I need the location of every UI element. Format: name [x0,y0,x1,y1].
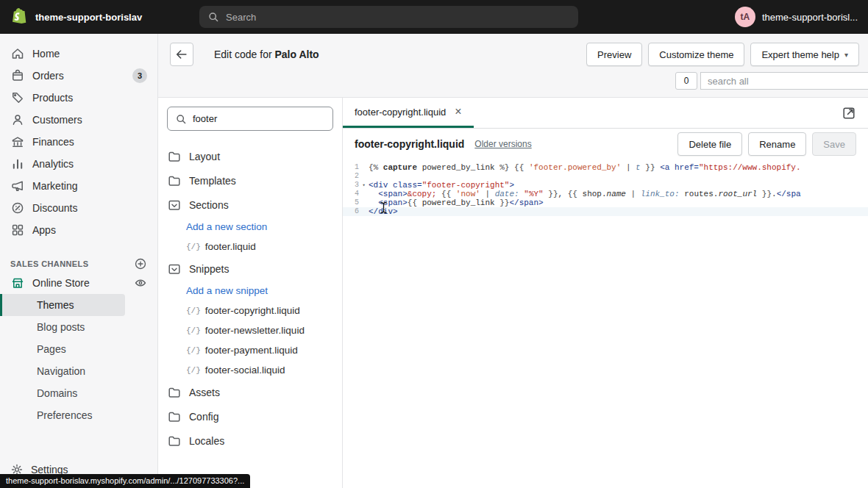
save-button[interactable]: Save [812,132,856,156]
sidebar-item-domains[interactable]: Domains [0,382,125,404]
line-number: 1 [343,163,359,172]
code-line-3[interactable]: 3▾<div class="footer-copyright"> [343,181,868,190]
sidebar-item-label: Products [32,92,73,104]
header-actions: Preview Customize theme Expert theme hel… [586,43,859,66]
sidebar-item-themes[interactable]: Themes [0,294,125,316]
expert-theme-help-button[interactable]: Expert theme help ▾ [750,43,859,66]
shopify-admin-app: theme-support-borislav Search tA theme-s… [0,0,868,488]
add-sales-channel-button[interactable] [134,257,147,270]
sidebar-item-label: Marketing [32,180,77,192]
fold-gutter [359,163,369,172]
expand-editor-button[interactable] [837,101,861,125]
sidebar-item-online-store[interactable]: Online Store [0,272,157,294]
account-menu-button[interactable]: tA theme-support-borisl... [735,7,868,27]
sidebar-item-orders[interactable]: Orders3 [0,65,157,87]
folder-templates[interactable]: Templates [167,168,333,193]
orders-icon [10,68,25,83]
code-line-4[interactable]: 4 <span>&copy; {{ 'now' | date: "%Y" }},… [343,190,868,198]
folder-icon [167,173,182,188]
customize-theme-button[interactable]: Customize theme [648,43,744,66]
code-lines: 1{% capture powered_by_link %} {{ 'foote… [343,163,868,216]
sidebar-item-label: Customers [32,114,82,126]
folder-sections[interactable]: Sections [167,193,333,217]
sidebar-item-label: Finances [32,136,74,148]
action-add-a-new-section[interactable]: Add a new section [167,217,333,237]
sidebar-item-products[interactable]: Products [0,87,157,109]
topbar-left: theme-support-borislav [0,7,199,26]
sidebar-item-marketing[interactable]: Marketing [0,175,157,197]
fold-gutter [359,198,369,207]
sidebar-subitem-label: Themes [37,299,74,311]
sidebar-item-customers[interactable]: Customers [0,109,157,131]
sidebar-item-label: Home [32,48,60,60]
code-line-1[interactable]: 1{% capture powered_by_link %} {{ 'foote… [343,163,868,172]
sidebar-item-apps[interactable]: Apps [0,219,157,241]
account-name: theme-support-borisl... [762,12,858,23]
sidebar-item-finances[interactable]: Finances [0,131,157,153]
topbar: theme-support-borislav Search tA theme-s… [0,0,868,34]
code-line-5[interactable]: 5 <span>{{ powered_by_link }}</span> [343,198,868,207]
tree-item-label: Assets [189,387,220,398]
sidebar-item-blog-posts[interactable]: Blog posts [0,316,125,338]
file-footer-payment-liquid[interactable]: {/}footer-payment.liquid [167,340,333,360]
code-text: <div class="footer-copyright"> [369,181,868,190]
folder-layout[interactable]: Layout [167,144,333,168]
tree-item-label: Add a new snippet [186,285,268,296]
folder-config[interactable]: Config [167,404,333,428]
folder-assets[interactable]: Assets [167,380,333,404]
line-number: 5 [343,198,359,207]
sidebar-item-label: Analytics [32,158,74,170]
sidebar-subitem-label: Preferences [37,409,92,421]
tree-item-label: Locales [189,435,224,447]
delete-file-button[interactable]: Delete file [677,132,742,156]
rename-button[interactable]: Rename [748,132,806,156]
tree-item-label: footer-newsletter.liquid [205,325,305,336]
file-footer-liquid[interactable]: {/}footer.liquid [167,237,333,256]
tree-item-label: Sections [189,199,229,211]
page-header: Edit code for Palo Alto Preview Customiz… [158,34,868,71]
file-footer-copyright-liquid[interactable]: {/}footer-copyright.liquid [167,301,333,320]
page-title-prefix: Edit code for [214,49,272,60]
older-versions-link[interactable]: Older versions [474,139,531,149]
tab-label: footer-copyright.liquid [355,107,446,118]
fold-toggle-icon[interactable]: ▾ [359,181,369,190]
file-search-value: footer [193,113,217,124]
file-search-input[interactable]: footer [167,107,333,131]
search-icon [207,11,219,23]
code-line-6[interactable]: 6</div> [343,207,868,216]
shopify-logo-icon[interactable] [10,7,28,26]
search-all-input[interactable]: search all [700,72,868,90]
code-text: </div> [369,207,868,216]
code-line-2[interactable]: 2 [343,172,868,181]
file-footer-social-liquid[interactable]: {/}footer-social.liquid [167,360,333,380]
sidebar-item-preferences[interactable]: Preferences [0,404,125,426]
online-store-subnav: ThemesBlog postsPagesNavigationDomainsPr… [0,294,157,426]
sidebar-item-analytics[interactable]: Analytics [0,153,157,175]
code-text: <span>{{ powered_by_link }}</span> [369,198,868,207]
sidebar-subitem-label: Domains [37,387,77,399]
close-tab-icon[interactable]: × [455,106,461,118]
sidebar-item-home[interactable]: Home [0,43,157,65]
global-search-input[interactable]: Search [199,6,578,28]
back-button[interactable] [170,43,193,66]
code-editor[interactable]: 1{% capture powered_by_link %} {{ 'foote… [343,159,868,488]
sales-channels-label: SALES CHANNELS [10,259,88,268]
editor-tabbar: footer-copyright.liquid × [343,98,868,129]
folder-snippets[interactable]: Snippets [167,256,333,281]
file-actions: Delete file Rename Save [677,132,856,156]
eye-icon[interactable] [134,276,147,290]
sidebar-item-label: Orders [32,70,64,82]
action-add-a-new-snippet[interactable]: Add a new snippet [167,281,333,301]
sidebar-item-pages[interactable]: Pages [0,338,125,360]
tab-footer-copyright-liquid[interactable]: footer-copyright.liquid × [343,98,474,128]
workspace: footer LayoutTemplatesSectionsAdd a new … [158,97,868,488]
folder-locales[interactable]: Locales [167,428,333,453]
folder-icon [167,385,182,400]
sidebar-item-discounts[interactable]: Discounts [0,197,157,219]
preview-button[interactable]: Preview [586,43,642,66]
file-footer-newsletter-liquid[interactable]: {/}footer-newsletter.liquid [167,320,333,340]
fold-gutter [359,190,369,198]
folder-icon [167,409,182,424]
sidebar-item-navigation[interactable]: Navigation [0,360,125,382]
apps-icon [10,223,25,237]
